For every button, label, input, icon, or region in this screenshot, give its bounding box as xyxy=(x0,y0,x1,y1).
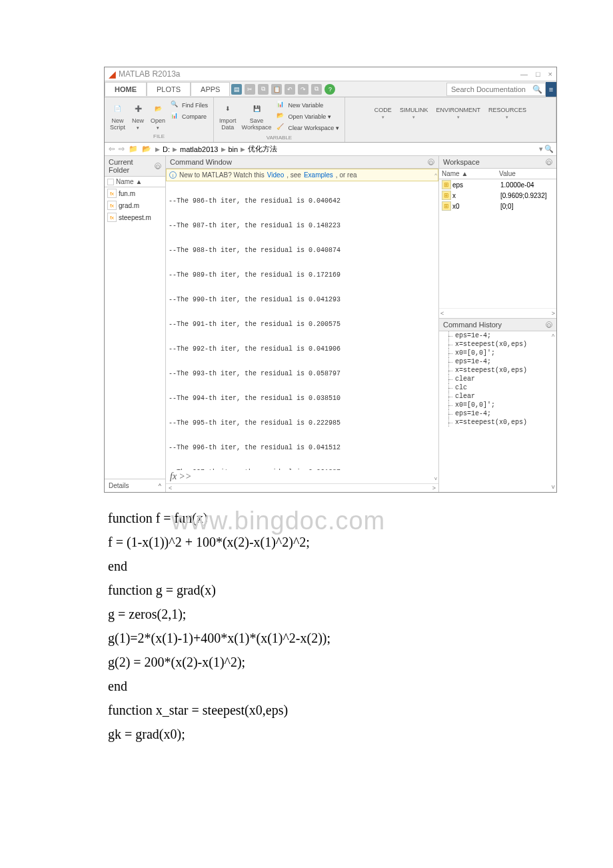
new-script-button[interactable]: 📄New Script xyxy=(109,100,127,132)
path-search-icon[interactable]: 🔍 xyxy=(544,145,554,153)
minimize-button[interactable]: — xyxy=(520,70,528,78)
toolbar-menu-icon[interactable]: ≡ xyxy=(546,82,556,97)
mfile-icon: fx xyxy=(107,213,117,222)
search-icon[interactable]: 🔍 xyxy=(532,85,542,94)
tab-plots[interactable]: PLOTS xyxy=(147,82,191,96)
resources-group[interactable]: RESOURCES▾ xyxy=(487,105,528,121)
open-variable-button[interactable]: 📂Open Variable ▾ xyxy=(275,111,340,122)
history-item[interactable]: clc xyxy=(439,383,556,392)
close-button[interactable]: × xyxy=(548,70,552,78)
scroll-down-icon[interactable]: v xyxy=(552,484,555,491)
ws-name-col[interactable]: Name ▲ xyxy=(439,169,496,179)
file-item[interactable]: fxfun.m xyxy=(105,187,165,199)
history-item[interactable]: x=steepest(x0,eps) xyxy=(439,418,556,427)
forward-icon[interactable]: ⇨ xyxy=(117,145,126,153)
ribbon-tabs: HOME PLOTS APPS ▤ ✂ ⧉ 📋 ↶ ↷ ⧉ ? 🔍 ≡ xyxy=(105,81,556,97)
matlab-logo-icon: ◢ xyxy=(109,69,116,79)
code-line: function f = fun(x) xyxy=(108,506,509,530)
cf-name-column[interactable]: Name ▲ xyxy=(105,177,165,187)
command-output: --The 986-th iter, the residual is 0.040… xyxy=(166,181,438,470)
history-item[interactable]: x0=[0,0]'; xyxy=(439,349,556,357)
quick-access-toolbar: ▤ ✂ ⧉ 📋 ↶ ↷ ⧉ ? xyxy=(231,84,335,95)
ws-variable[interactable]: ⊞x0[0;0] xyxy=(439,201,556,211)
code-line: g(2) = 200*(x(2)-x(1)^2); xyxy=(108,650,509,674)
var-icon: ⊞ xyxy=(442,191,451,200)
command-prompt[interactable]: fx >> xyxy=(166,470,438,483)
copy-icon[interactable]: ⧉ xyxy=(258,84,269,95)
history-item[interactable]: clear xyxy=(439,392,556,401)
output-line: --The 988-th iter, the residual is 0.040… xyxy=(169,245,436,255)
new-to-matlab-hint: i New to MATLAB? Watch this Video, see E… xyxy=(166,169,438,181)
command-window-pane[interactable]: Command Window⊙ i New to MATLAB? Watch t… xyxy=(166,156,439,492)
code-line: gk = grad(x0); xyxy=(108,722,509,746)
output-line: --The 989-th iter, the residual is 0.172… xyxy=(169,270,436,280)
output-line: --The 995-th iter, the residual is 0.222… xyxy=(169,418,436,428)
path-part[interactable]: 优化方法 xyxy=(248,144,277,154)
code-line: end xyxy=(108,554,509,578)
output-line: --The 996-th iter, the residual is 0.041… xyxy=(169,443,436,453)
right-column: Workspace⊙ Name ▲ Value ⊞eps1.0000e-04 ⊞… xyxy=(439,156,556,492)
environment-group[interactable]: ENVIRONMENT▾ xyxy=(434,105,482,121)
mfile-icon: fx xyxy=(107,201,117,210)
video-link[interactable]: Video xyxy=(267,171,284,179)
path-drive[interactable]: D: xyxy=(163,145,170,153)
simulink-group[interactable]: SIMULINK▾ xyxy=(398,105,430,121)
paste-icon[interactable]: 📋 xyxy=(271,84,282,95)
tab-home[interactable]: HOME xyxy=(105,82,147,96)
pane-menu-icon[interactable]: ⊙ xyxy=(155,163,161,169)
pane-menu-icon[interactable]: ⊙ xyxy=(546,321,552,328)
up-folder-icon[interactable]: 📁 xyxy=(127,145,139,153)
file-item[interactable]: fxsteepest.m xyxy=(105,211,165,223)
file-item[interactable]: fxgrad.m xyxy=(105,199,165,211)
new-button[interactable]: ➕New▾ xyxy=(129,100,147,132)
path-part[interactable]: matlab2013 xyxy=(180,145,219,153)
tab-apps[interactable]: APPS xyxy=(191,82,230,96)
browse-folder-icon[interactable]: 📂 xyxy=(141,145,153,153)
path-part[interactable]: bin xyxy=(229,145,239,153)
switch-windows-icon[interactable]: ⧉ xyxy=(311,84,322,95)
history-item[interactable]: x=steepest(x0,eps) xyxy=(439,340,556,349)
open-button[interactable]: 📂Open▾ xyxy=(149,100,167,132)
matlab-window: ◢ MATLAB R2013a — □ × HOME PLOTS APPS ▤ … xyxy=(104,67,557,493)
pane-menu-icon[interactable]: ⊙ xyxy=(428,159,434,165)
scroll-down-icon[interactable]: v xyxy=(434,475,437,481)
output-line: --The 987-th iter, the residual is 0.148… xyxy=(169,221,436,231)
history-item[interactable]: x0=[0,0]'; xyxy=(439,401,556,409)
search-input[interactable] xyxy=(450,85,530,94)
search-documentation[interactable]: 🔍 xyxy=(446,83,546,96)
details-pane[interactable]: Details^ xyxy=(105,479,165,492)
ws-value-col[interactable]: Value xyxy=(496,169,518,179)
history-item[interactable]: clear xyxy=(439,375,556,383)
pane-menu-icon[interactable]: ⊙ xyxy=(546,159,552,165)
code-line: function x_star = steepest(x0,eps) xyxy=(108,698,509,722)
undo-icon[interactable]: ↶ xyxy=(285,84,295,95)
clear-workspace-button[interactable]: 🧹Clear Workspace ▾ xyxy=(275,123,340,133)
examples-link[interactable]: Examples xyxy=(304,171,333,179)
import-data-button[interactable]: ⬇Import Data xyxy=(218,100,238,132)
cut-icon[interactable]: ✂ xyxy=(245,84,255,95)
compare-button[interactable]: 📊Compare xyxy=(169,111,209,122)
code-group[interactable]: CODE▾ xyxy=(373,105,393,121)
history-item[interactable]: eps=1e-4; xyxy=(439,357,556,366)
history-item[interactable]: x=steepest(x0,eps) xyxy=(439,366,556,375)
file-group-label: FILE xyxy=(153,132,165,139)
find-files-button[interactable]: 🔍Find Files xyxy=(169,100,209,111)
command-history-pane: Command History⊙ ^ eps=1e-4; x=steepest(… xyxy=(439,319,556,492)
path-dropdown-icon[interactable]: ▾ xyxy=(539,145,543,153)
info-icon: i xyxy=(169,171,177,179)
scroll-up-icon[interactable]: ^ xyxy=(434,172,437,178)
maximize-button[interactable]: □ xyxy=(536,70,540,78)
back-icon[interactable]: ⇦ xyxy=(107,145,116,153)
save-icon[interactable]: ▤ xyxy=(231,84,242,95)
mfile-icon: fx xyxy=(107,189,117,198)
history-item[interactable]: eps=1e-4; xyxy=(439,409,556,418)
ws-variable[interactable]: ⊞eps1.0000e-04 xyxy=(439,179,556,190)
output-line: --The 992-th iter, the residual is 0.041… xyxy=(169,344,436,354)
help-icon[interactable]: ? xyxy=(324,84,335,95)
history-item[interactable]: eps=1e-4; xyxy=(439,331,556,340)
new-variable-button[interactable]: 📊New Variable xyxy=(275,100,340,111)
code-line: function g = grad(x) xyxy=(108,578,509,602)
redo-icon[interactable]: ↷ xyxy=(298,84,308,95)
ws-variable[interactable]: ⊞x[0.9609;0.9232] xyxy=(439,190,556,201)
save-workspace-button[interactable]: 💾Save Workspace xyxy=(241,100,273,132)
